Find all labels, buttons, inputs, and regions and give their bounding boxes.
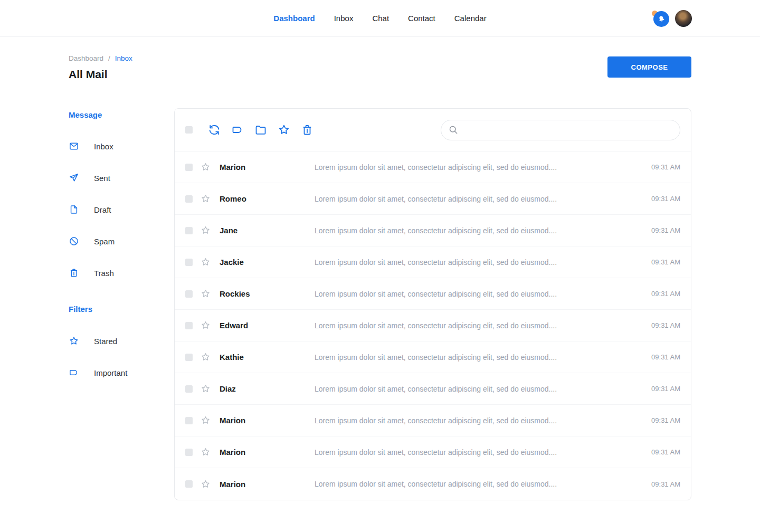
breadcrumb-inbox[interactable]: Inbox bbox=[115, 54, 132, 62]
sidebar-item-label: Stared bbox=[94, 337, 117, 346]
mail-time: 09:31 AM bbox=[632, 480, 680, 488]
row-checkbox[interactable] bbox=[185, 259, 193, 266]
notifications-button[interactable] bbox=[651, 10, 669, 27]
mail-row[interactable]: Jackie Lorem ipsum dolor sit amet, conse… bbox=[175, 246, 691, 278]
mail-sender: Edward bbox=[220, 321, 315, 330]
sidebar-item-label: Inbox bbox=[94, 142, 113, 151]
mail-time: 09:31 AM bbox=[632, 448, 680, 456]
header-left: Dashboard / Inbox All Mail bbox=[69, 54, 132, 81]
row-checkbox[interactable] bbox=[185, 227, 193, 234]
row-star-icon[interactable] bbox=[201, 447, 211, 457]
nav-calendar[interactable]: Calendar bbox=[454, 14, 487, 23]
mail-time: 09:31 AM bbox=[632, 258, 680, 266]
folder-icon[interactable] bbox=[254, 124, 267, 136]
label-icon bbox=[69, 367, 79, 378]
nav-dashboard[interactable]: Dashboard bbox=[273, 14, 315, 23]
sidebar-filters-list: Stared Important bbox=[69, 325, 174, 388]
sidebar-item-trash[interactable]: Trash bbox=[69, 257, 174, 289]
nav-inbox[interactable]: Inbox bbox=[334, 14, 354, 23]
compose-button[interactable]: COMPOSE bbox=[607, 56, 691, 78]
row-star-icon[interactable] bbox=[201, 289, 211, 299]
row-checkbox[interactable] bbox=[185, 164, 193, 171]
mail-preview: Lorem ipsum dolor sit amet, consectetur … bbox=[315, 321, 632, 330]
mail-row[interactable]: Marion Lorem ipsum dolor sit amet, conse… bbox=[175, 405, 691, 436]
mail-row[interactable]: Diaz Lorem ipsum dolor sit amet, consect… bbox=[175, 373, 691, 405]
nav-chat[interactable]: Chat bbox=[372, 14, 389, 23]
breadcrumb-separator: / bbox=[108, 54, 110, 62]
mail-sender: Marion bbox=[220, 416, 315, 425]
sidebar-heading-filters: Filters bbox=[69, 305, 174, 314]
mail-sender: Jackie bbox=[220, 258, 315, 267]
sidebar-item-sent[interactable]: Sent bbox=[69, 162, 174, 194]
mail-row[interactable]: Marion Lorem ipsum dolor sit amet, conse… bbox=[175, 468, 691, 500]
row-checkbox[interactable] bbox=[185, 354, 193, 361]
row-star-icon[interactable] bbox=[201, 257, 211, 267]
sidebar-item-inbox[interactable]: Inbox bbox=[69, 130, 174, 162]
search-icon bbox=[448, 125, 459, 135]
mail-sender: Marion bbox=[220, 163, 315, 172]
top-nav: Dashboard Inbox Chat Contact Calendar bbox=[0, 0, 760, 37]
nav-contact[interactable]: Contact bbox=[408, 14, 435, 23]
top-nav-right bbox=[651, 0, 692, 37]
trash-icon[interactable] bbox=[301, 124, 314, 136]
mail-row[interactable]: Jane Lorem ipsum dolor sit amet, consect… bbox=[175, 215, 691, 246]
row-checkbox[interactable] bbox=[185, 449, 193, 456]
breadcrumb: Dashboard / Inbox bbox=[69, 54, 132, 62]
sidebar-item-label: Draft bbox=[94, 205, 111, 214]
mail-time: 09:31 AM bbox=[632, 290, 680, 298]
row-star-icon[interactable] bbox=[201, 194, 211, 204]
row-checkbox[interactable] bbox=[185, 417, 193, 424]
select-all-checkbox[interactable] bbox=[185, 126, 193, 134]
file-icon bbox=[69, 204, 79, 215]
mail-row[interactable]: Rockies Lorem ipsum dolor sit amet, cons… bbox=[175, 278, 691, 310]
mail-sender: Marion bbox=[220, 448, 315, 457]
star-icon[interactable] bbox=[278, 124, 290, 136]
mail-row[interactable]: Marion Lorem ipsum dolor sit amet, conse… bbox=[175, 436, 691, 468]
mail-preview: Lorem ipsum dolor sit amet, consectetur … bbox=[315, 416, 632, 425]
sidebar-item-important[interactable]: Important bbox=[69, 357, 174, 388]
mail-preview: Lorem ipsum dolor sit amet, consectetur … bbox=[315, 385, 632, 393]
row-checkbox[interactable] bbox=[185, 385, 193, 393]
sidebar-item-label: Important bbox=[94, 368, 127, 377]
send-icon bbox=[69, 173, 79, 183]
refresh-icon[interactable] bbox=[208, 124, 221, 136]
sidebar-item-label: Spam bbox=[94, 237, 115, 246]
sidebar-item-stared[interactable]: Stared bbox=[69, 325, 174, 357]
mail-sender: Marion bbox=[220, 480, 315, 489]
row-star-icon[interactable] bbox=[201, 162, 211, 172]
row-checkbox[interactable] bbox=[185, 290, 193, 298]
row-star-icon[interactable] bbox=[201, 384, 211, 394]
envelope-icon bbox=[69, 141, 79, 151]
user-avatar[interactable] bbox=[675, 10, 692, 27]
mail-time: 09:31 AM bbox=[632, 195, 680, 203]
row-checkbox[interactable] bbox=[185, 322, 193, 329]
mail-row[interactable]: Marion Lorem ipsum dolor sit amet, conse… bbox=[175, 151, 691, 183]
row-star-icon[interactable] bbox=[201, 479, 211, 489]
mail-time: 09:31 AM bbox=[632, 163, 680, 171]
row-star-icon[interactable] bbox=[201, 415, 211, 425]
search-input[interactable] bbox=[464, 126, 673, 134]
row-star-icon[interactable] bbox=[201, 352, 211, 362]
mail-preview: Lorem ipsum dolor sit amet, consectetur … bbox=[315, 290, 632, 298]
row-checkbox[interactable] bbox=[185, 195, 193, 203]
row-star-icon[interactable] bbox=[201, 225, 211, 235]
sidebar-item-spam[interactable]: Spam bbox=[69, 225, 174, 257]
mail-toolbar bbox=[175, 109, 691, 151]
mail-list-panel: Marion Lorem ipsum dolor sit amet, conse… bbox=[174, 108, 691, 500]
sidebar-item-label: Trash bbox=[94, 269, 114, 278]
mail-row[interactable]: Romeo Lorem ipsum dolor sit amet, consec… bbox=[175, 183, 691, 215]
row-star-icon[interactable] bbox=[201, 320, 211, 330]
mail-rows: Marion Lorem ipsum dolor sit amet, conse… bbox=[175, 151, 691, 500]
sidebar-heading-message: Message bbox=[69, 110, 174, 119]
mail-app-page: Dashboard Inbox Chat Contact Calendar bbox=[0, 0, 760, 532]
mail-preview: Lorem ipsum dolor sit amet, consectetur … bbox=[315, 448, 632, 457]
mail-row[interactable]: Kathie Lorem ipsum dolor sit amet, conse… bbox=[175, 341, 691, 373]
breadcrumb-dashboard[interactable]: Dashboard bbox=[69, 54, 103, 62]
sidebar-item-draft[interactable]: Draft bbox=[69, 194, 174, 225]
mail-time: 09:31 AM bbox=[632, 321, 680, 329]
row-checkbox[interactable] bbox=[185, 480, 193, 488]
main-area: Message Inbox Sent Draft bbox=[69, 108, 691, 500]
label-icon[interactable] bbox=[231, 124, 244, 136]
mail-row[interactable]: Edward Lorem ipsum dolor sit amet, conse… bbox=[175, 310, 691, 341]
bell-icon bbox=[653, 11, 669, 27]
